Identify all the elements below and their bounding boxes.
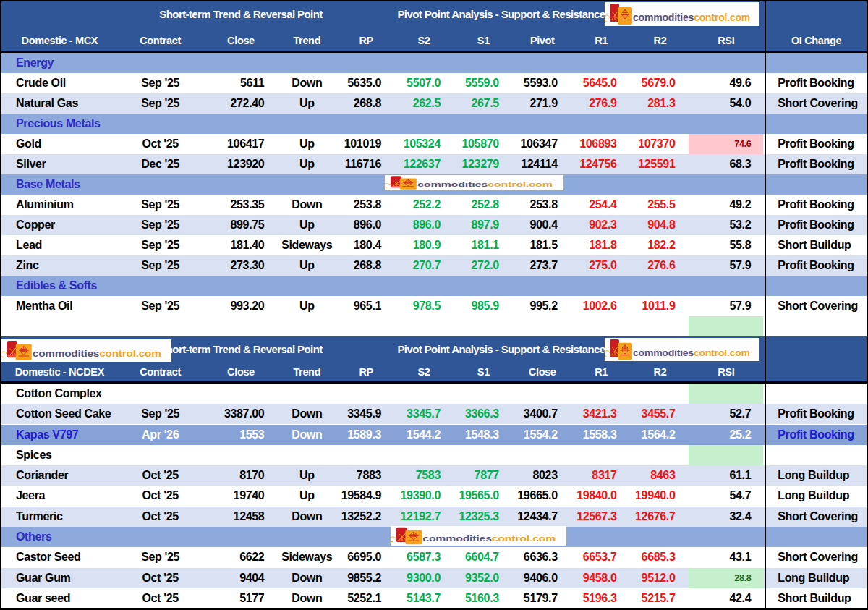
svg-text:commoditiescontrol.com: commoditiescontrol.com bbox=[417, 181, 553, 188]
svg-text:commoditiescontrol.com: commoditiescontrol.com bbox=[33, 348, 161, 359]
svg-text:commoditiescontrol.com: commoditiescontrol.com bbox=[633, 12, 750, 23]
svg-text:commoditiescontrol.com: commoditiescontrol.com bbox=[422, 533, 556, 543]
svg-text:commoditiescontrol.com: commoditiescontrol.com bbox=[633, 347, 750, 358]
